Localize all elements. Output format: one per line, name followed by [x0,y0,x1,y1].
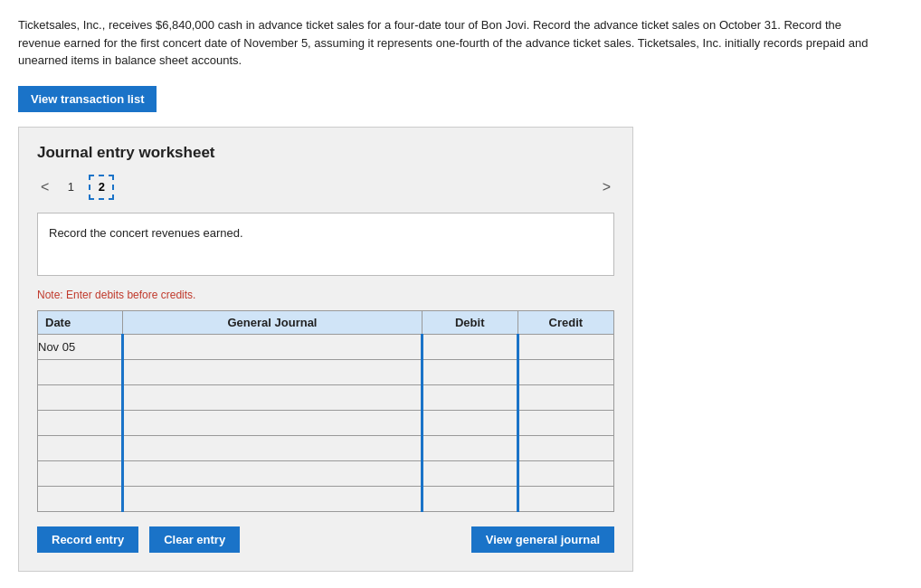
credit-input-7[interactable] [519,487,613,511]
view-general-journal-button[interactable]: View general journal [471,526,614,553]
debit-cell-3[interactable] [422,384,517,410]
credit-input-5[interactable] [519,436,613,460]
credit-cell-6[interactable] [517,460,613,486]
gj-input-5[interactable] [124,436,420,460]
table-row [38,460,614,486]
date-cell-1: Nov 05 [38,334,123,359]
credit-input-3[interactable] [519,385,613,410]
debit-input-1[interactable] [423,335,517,359]
date-cell-3 [38,384,123,410]
tab-next-arrow[interactable]: > [599,179,614,195]
debit-input-2[interactable] [423,360,517,384]
debit-header: Debit [422,310,517,334]
table-row [38,410,614,435]
gj-input-1[interactable] [124,335,420,359]
debit-cell-2[interactable] [422,359,517,384]
credit-input-1[interactable] [519,335,613,359]
date-header: Date [38,310,123,334]
gj-cell-2[interactable] [123,359,422,384]
tab-1[interactable]: 1 [58,175,83,200]
table-row: Nov 05 [38,334,614,359]
view-transaction-button[interactable]: View transaction list [18,86,157,112]
tab-prev-arrow[interactable]: < [37,179,52,195]
tab-navigation: < 1 2 > [37,175,614,200]
date-cell-4 [38,410,123,435]
date-cell-2 [38,359,123,384]
credit-cell-3[interactable] [517,384,613,410]
credit-cell-4[interactable] [517,410,613,435]
gj-cell-5[interactable] [123,435,422,460]
record-entry-button[interactable]: Record entry [37,526,138,553]
credit-input-4[interactable] [519,411,613,435]
date-cell-7 [38,486,123,511]
credit-cell-5[interactable] [517,435,613,460]
debit-cell-7[interactable] [422,486,517,511]
debit-cell-5[interactable] [422,435,517,460]
tab-2[interactable]: 2 [89,175,114,200]
credit-header: Credit [517,310,613,334]
gj-cell-7[interactable] [123,486,422,511]
debit-input-5[interactable] [423,436,517,460]
credit-input-2[interactable] [519,360,613,384]
debit-cell-4[interactable] [422,410,517,435]
credit-cell-2[interactable] [517,359,613,384]
description-box: Record the concert revenues earned. [37,213,614,276]
journal-table: Date General Journal Debit Credit Nov 05 [37,310,614,512]
table-row [38,384,614,410]
general-journal-header: General Journal [123,310,422,334]
gj-cell-4[interactable] [123,410,422,435]
debit-input-3[interactable] [423,385,517,410]
credit-input-6[interactable] [519,461,613,486]
date-cell-6 [38,460,123,486]
gj-input-7[interactable] [124,487,420,511]
table-row [38,486,614,511]
note-text: Note: Enter debits before credits. [37,289,614,301]
table-row [38,359,614,384]
gj-input-2[interactable] [124,360,420,384]
gj-cell-1[interactable] [123,334,422,359]
gj-input-3[interactable] [124,385,420,410]
description-text: Record the concert revenues earned. [49,226,243,240]
debit-input-6[interactable] [423,461,517,486]
credit-cell-7[interactable] [517,486,613,511]
intro-text: Ticketsales, Inc., receives $6,840,000 c… [18,16,878,70]
worksheet-container: Journal entry worksheet < 1 2 > Record t… [18,127,633,572]
action-buttons: Record entry Clear entry View general jo… [37,526,614,553]
gj-input-6[interactable] [124,461,420,486]
debit-input-4[interactable] [423,411,517,435]
debit-input-7[interactable] [423,487,517,511]
gj-input-4[interactable] [124,411,420,435]
gj-cell-3[interactable] [123,384,422,410]
credit-cell-1[interactable] [517,334,613,359]
debit-cell-6[interactable] [422,460,517,486]
gj-cell-6[interactable] [123,460,422,486]
debit-cell-1[interactable] [422,334,517,359]
table-row [38,435,614,460]
worksheet-title: Journal entry worksheet [37,144,614,162]
clear-entry-button[interactable]: Clear entry [149,526,240,553]
date-cell-5 [38,435,123,460]
